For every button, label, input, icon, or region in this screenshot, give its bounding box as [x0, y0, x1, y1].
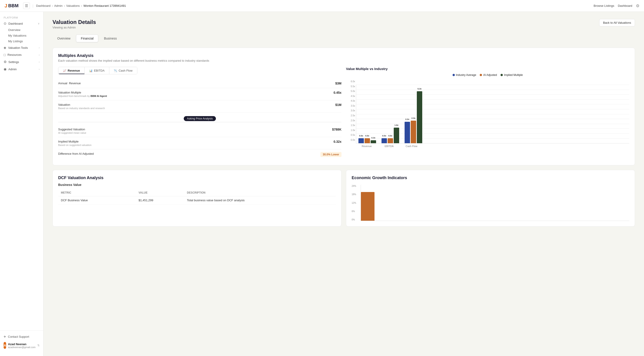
- analysis-tab-revenue[interactable]: 📈 Revenue: [58, 67, 85, 74]
- dashboard-icon: ⊙: [4, 21, 6, 25]
- multiples-subtitle: Each valuation method shows the implied …: [58, 59, 629, 62]
- sidebar-bottom: ✈ Contact Support A Azad Neenan azadneen…: [0, 330, 43, 353]
- ebitda-bar-1-wrapper: 0.5x: [382, 138, 387, 143]
- sidebar-sub-my-valuations[interactable]: My Valuations: [6, 33, 43, 38]
- revenue-bar-implied: [371, 140, 376, 143]
- sidebar-toggle-button[interactable]: ☰: [23, 2, 30, 9]
- suggested-valuation-sublabel: AI suggested mean value: [58, 132, 86, 134]
- econ-y-6: 6%: [352, 210, 360, 212]
- chart-title: Value Multiple vs Industry: [346, 67, 629, 71]
- legend-dot-implied: [500, 74, 503, 76]
- back-to-valuations-button[interactable]: Back to All Valuations: [599, 19, 635, 26]
- legend-dot-ai: [480, 74, 482, 76]
- multiples-left: 📈 Revenue 📊 EBITDA 📉 Cash Flow: [58, 67, 342, 160]
- sidebar-resources-label: Resources: [8, 53, 22, 56]
- sidebar-item-valuation-tools[interactable]: ◈ Valuation Tools ›: [0, 44, 43, 51]
- user-email: azadneenan@gmail.com: [8, 346, 36, 349]
- implied-multiple-label-area: Implied Multiple Based on suggested valu…: [58, 140, 92, 146]
- app-container: J BBM ☰ | Dashboard › Admin › Valuations…: [0, 0, 644, 356]
- valuation-row: Valuation Based on industry standards an…: [58, 100, 342, 113]
- sidebar-item-admin[interactable]: ◉ Admin ›: [0, 65, 43, 73]
- legend-industry-average: Industry Average: [452, 73, 476, 77]
- contact-support-link[interactable]: ✈ Contact Support: [0, 333, 43, 340]
- legend-label-implied: Implied Multiple: [504, 73, 523, 77]
- dcf-section-label: Business Value: [58, 183, 336, 186]
- cashflow-bar-3-wrapper: 5.3x: [417, 91, 422, 143]
- implied-multiple-row: Implied Multiple Based on suggested valu…: [58, 137, 342, 149]
- bar-group-ebitda: 0.5x 0.5x 1.6x: [382, 128, 399, 143]
- sidebar-sub-overview[interactable]: Overview: [6, 27, 43, 33]
- settings-icon[interactable]: ⚙: [636, 3, 640, 8]
- legend-label-industry: Industry Average: [456, 73, 476, 77]
- y-label-5: 5.0x: [346, 90, 355, 92]
- topbar-right: Browse Listings Dashboard ⚙: [594, 3, 640, 8]
- valuation-multiple-label-area: Valuation Multiple Adjusted from benchma…: [58, 91, 107, 97]
- ebitda-bar-implied: [394, 128, 399, 143]
- econ-y-24: 24%: [352, 185, 360, 187]
- y-label-45: 4.5x: [346, 95, 355, 97]
- bar-group-revenue: 0.5x 0.5x 0.3x: [358, 138, 376, 143]
- breadcrumb-dashboard[interactable]: Dashboard: [36, 4, 50, 7]
- econ-y-axis: 24% 18% 12% 6% 0%: [352, 185, 360, 221]
- dcf-table-body: DCF Business Value $1,451,299 Total busi…: [58, 196, 336, 204]
- dcf-col-value: Value: [136, 189, 184, 196]
- annual-revenue-row: Annual Revenue $3M: [58, 79, 342, 88]
- implied-multiple-sublabel: Based on suggested valuation: [58, 144, 92, 146]
- legend-ai-adjusted: AI Adjusted: [480, 73, 497, 77]
- x-label-revenue: Revenue: [358, 145, 375, 148]
- suggested-valuation-row: Suggested Valuation AI suggested mean va…: [58, 125, 342, 137]
- cashflow-bar-3-label: 5.3x: [418, 88, 422, 90]
- settings-sidebar-icon: ⚙: [4, 60, 6, 64]
- econ-bars: [361, 185, 629, 221]
- multiples-right: Value Multiple vs Industry Industry Aver…: [346, 67, 629, 160]
- y-label-0: 0.0x: [346, 139, 355, 141]
- dcf-table-head: Metric Value Description: [58, 189, 336, 196]
- browse-listings-link[interactable]: Browse Listings: [594, 4, 614, 7]
- analysis-tab-ebitda[interactable]: 📊 EBITDA: [85, 67, 109, 74]
- implied-multiple-value: 0.32x: [334, 140, 342, 144]
- dcf-col-desc: Description: [184, 189, 336, 196]
- analysis-tab-cashflow[interactable]: 📉 Cash Flow: [109, 67, 137, 74]
- chevron-right-icon-2: ›: [39, 53, 40, 56]
- sidebar-sub-my-listings[interactable]: My Listings: [6, 38, 43, 44]
- asking-price-header: Asking Price Analysis: [58, 116, 342, 121]
- user-profile[interactable]: A Azad Neenan azadneenan@gmail.com ⇅: [0, 340, 43, 351]
- tab-overview[interactable]: Overview: [52, 34, 75, 42]
- econ-bar-1: [361, 192, 374, 221]
- revenue-bar-1-wrapper: 0.5x: [358, 138, 364, 143]
- main-content: Valuation Details Viewing as Admin Back …: [44, 12, 644, 356]
- cashflow-bar-ai: [411, 121, 416, 143]
- valuation-multiple-row: Valuation Multiple Adjusted from benchma…: [58, 88, 342, 100]
- sidebar-item-dashboard[interactable]: ⊙ Dashboard ∨: [0, 20, 43, 27]
- econ-y-12: 12%: [352, 202, 360, 204]
- sidebar-dashboard-label: Dashboard: [8, 22, 23, 25]
- valuation-multiple-value: 0.45x: [334, 91, 342, 94]
- dcf-metric-cell: DCF Business Value: [58, 196, 136, 204]
- cashflow-bar-1-wrapper: 2.2x: [404, 122, 410, 143]
- resources-icon: □: [4, 53, 6, 57]
- sidebar-item-settings[interactable]: ⚙ Settings ›: [0, 58, 43, 65]
- sidebar: Platform ⊙ Dashboard ∨ Overview My Valua…: [0, 12, 44, 356]
- admin-icon: ◉: [4, 67, 6, 71]
- valuation-multiple-label: Valuation Multiple: [58, 91, 107, 94]
- page-title: Valuation Details: [52, 19, 96, 25]
- y-label-05: 0.5x: [346, 134, 355, 136]
- page-subtitle: Viewing as Admin: [52, 26, 96, 29]
- dashboard-link[interactable]: Dashboard: [618, 4, 632, 7]
- revenue-bar-ai: [364, 138, 370, 143]
- econ-y-0: 0%: [352, 218, 360, 221]
- sidebar-item-resources[interactable]: □ Resources ›: [0, 51, 43, 58]
- tab-business[interactable]: Business: [99, 34, 122, 42]
- y-label-25: 2.5x: [346, 114, 355, 117]
- breadcrumb-admin[interactable]: Admin: [54, 4, 62, 7]
- ebitda-bar-industry: [382, 138, 387, 143]
- revenue-bar-2-wrapper: 0.5x: [364, 138, 370, 143]
- page-header: Valuation Details Viewing as Admin Back …: [52, 19, 635, 29]
- breadcrumb-valuations[interactable]: Valuations: [66, 4, 80, 7]
- valuation-label: Valuation: [58, 103, 105, 106]
- breadcrumb-current: Wonton Restaurant 1739941491: [84, 4, 126, 7]
- main-layout: Platform ⊙ Dashboard ∨ Overview My Valua…: [0, 12, 644, 356]
- chevron-right-icon-3: ›: [39, 60, 40, 63]
- valuation-multiple-sublabel: Adjusted from benchmark by BBM AI Agent: [58, 95, 107, 97]
- tab-financial[interactable]: Financial: [76, 34, 98, 42]
